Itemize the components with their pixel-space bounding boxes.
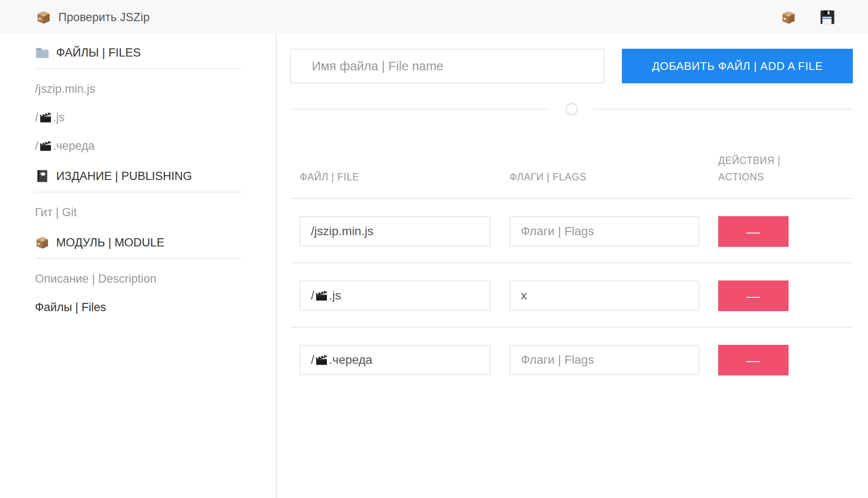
sidebar-item-label: Файлы | Files xyxy=(35,299,106,316)
clapper-icon xyxy=(315,353,329,367)
package-icon xyxy=(35,235,50,250)
add-file-form: ДОБАВИТЬ ФАЙЛ | ADD A FILE xyxy=(290,49,853,83)
sidebar-item-jszip-min-js[interactable]: /jszip.min.js xyxy=(35,80,241,98)
app-title: Проверить JSZip xyxy=(36,9,150,25)
remove-file-button[interactable]: — xyxy=(718,216,789,247)
file-path-input[interactable]: / .js xyxy=(300,281,491,311)
main-content: ДОБАВИТЬ ФАЙЛ | ADD A FILE ФАЙЛ | FILE Ф… xyxy=(277,35,868,498)
sidebar-divider xyxy=(35,258,241,259)
column-header-flags: ФЛАГИ | FLAGS xyxy=(500,137,709,198)
files-table-header: ФАЙЛ | FILE ФЛАГИ | FLAGS ДЕЙСТВИЯ | ACT… xyxy=(290,137,853,199)
sidebar: ФАЙЛЫ | FILES /jszip.min.js / .js / .чер… xyxy=(0,35,277,498)
sidebar-heading-publishing: ИЗДАНИЕ | PUBLISHING xyxy=(35,167,241,185)
divider-line xyxy=(290,109,550,110)
sidebar-heading-module: МОДУЛЬ | MODULE xyxy=(35,234,241,251)
file-name-input[interactable] xyxy=(290,49,605,83)
sidebar-section-files: ФАЙЛЫ | FILES /jszip.min.js / .js / .чер… xyxy=(35,44,241,154)
save-floppy-icon[interactable] xyxy=(819,9,835,25)
app-title-text: Проверить JSZip xyxy=(58,11,150,24)
table-row: / .js — xyxy=(290,263,853,328)
remove-file-button[interactable]: — xyxy=(718,345,789,375)
file-path-value: .череда xyxy=(329,353,372,367)
remove-file-button[interactable]: — xyxy=(718,281,789,311)
column-header-actions: ДЕЙСТВИЯ | ACTIONS xyxy=(709,137,853,198)
sidebar-item-label: Описание | Description xyxy=(35,270,156,287)
sidebar-heading-label: МОДУЛЬ | MODULE xyxy=(56,234,165,251)
sidebar-heading-label: ИЗДАНИЕ | PUBLISHING xyxy=(56,167,192,185)
flags-input[interactable] xyxy=(510,345,699,375)
file-path-input[interactable]: /jszip.min.js xyxy=(300,216,491,246)
app-header: Проверить JSZip xyxy=(0,0,868,35)
package-icon xyxy=(36,9,51,25)
divider-line xyxy=(593,109,853,110)
clapper-icon xyxy=(315,289,329,303)
file-path-value: / xyxy=(311,289,314,303)
sidebar-item-label: /jszip.min.js xyxy=(35,80,95,98)
sidebar-item-clapper-chereda[interactable]: / .череда xyxy=(35,137,241,154)
clapper-icon xyxy=(39,110,53,124)
flags-input[interactable] xyxy=(510,281,699,311)
sidebar-item-git[interactable]: Гит | Git xyxy=(35,204,241,221)
add-file-button[interactable]: ДОБАВИТЬ ФАЙЛ | ADD A FILE xyxy=(622,49,853,83)
loading-spinner-ring xyxy=(565,103,578,116)
divider-with-spinner xyxy=(290,103,853,116)
sidebar-section-module: МОДУЛЬ | MODULE Описание | Description Ф… xyxy=(35,234,241,316)
file-path-value: /jszip.min.js xyxy=(311,224,374,238)
sidebar-divider xyxy=(35,192,241,192)
table-row: /jszip.min.js — xyxy=(290,199,853,263)
sidebar-item-files-active[interactable]: Файлы | Files xyxy=(35,299,241,316)
sidebar-heading-files: ФАЙЛЫ | FILES xyxy=(35,44,241,61)
sidebar-item-label: .череда xyxy=(53,137,95,154)
sidebar-item-label: .js xyxy=(53,109,65,126)
folder-icon xyxy=(35,45,50,60)
sidebar-item-description[interactable]: Описание | Description xyxy=(35,270,241,287)
sidebar-section-publishing: ИЗДАНИЕ | PUBLISHING Гит | Git xyxy=(35,167,241,221)
clapper-icon xyxy=(39,139,53,153)
notebook-icon xyxy=(35,169,50,183)
sidebar-item-label: / xyxy=(35,137,38,154)
package-icon[interactable] xyxy=(781,9,796,25)
file-path-input[interactable]: / .череда xyxy=(300,345,491,375)
header-actions xyxy=(781,9,835,25)
sidebar-item-label: / xyxy=(35,109,38,126)
files-table: ФАЙЛ | FILE ФЛАГИ | FLAGS ДЕЙСТВИЯ | ACT… xyxy=(290,137,853,391)
file-path-value: .js xyxy=(329,289,341,303)
sidebar-heading-label: ФАЙЛЫ | FILES xyxy=(56,44,141,61)
sidebar-divider xyxy=(35,68,241,69)
sidebar-item-label: Гит | Git xyxy=(35,204,77,221)
table-row: / .череда — xyxy=(290,328,853,391)
file-path-value: / xyxy=(311,353,314,367)
sidebar-item-clapper-js[interactable]: / .js xyxy=(35,109,241,126)
flags-input[interactable] xyxy=(510,216,699,246)
column-header-file: ФАЙЛ | FILE xyxy=(290,137,500,198)
